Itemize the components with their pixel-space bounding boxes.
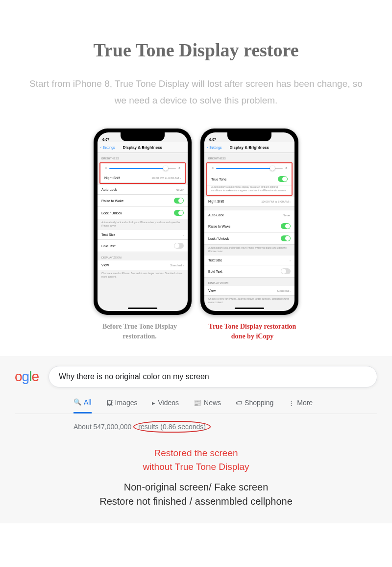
caption-before: Before True Tone Display restoration. bbox=[91, 322, 189, 341]
brightness-header: BRIGHTNESS bbox=[204, 153, 294, 161]
page-subtitle: Start from iPhone 8, True Tone Display w… bbox=[24, 76, 368, 109]
raise-to-wake-row[interactable]: Raise to Wake bbox=[98, 195, 188, 207]
sun-dim-icon: ☀ bbox=[104, 166, 107, 170]
raise-toggle[interactable] bbox=[281, 223, 291, 229]
auto-lock-value: Never bbox=[176, 188, 184, 191]
lock-unlock-label: Lock / Unlock bbox=[101, 211, 122, 215]
phone-captions: Before True Tone Display restoration. Tr… bbox=[15, 322, 377, 341]
black-line-2: Restore not finished / assenmbled cellph… bbox=[99, 496, 293, 507]
red-line-1: Restored the screen bbox=[154, 448, 238, 458]
text-size-label: Text Size bbox=[208, 258, 222, 262]
zoom-header: DISPLAY ZOOM bbox=[98, 252, 188, 260]
bold-toggle[interactable] bbox=[281, 268, 291, 274]
page-title: True Tone Display restore bbox=[15, 39, 377, 61]
night-shift-row[interactable]: Night Shift 10:00 PM to 6:00 AM › bbox=[204, 197, 294, 206]
view-desc: Choose a view for iPhone. Zoomed shows l… bbox=[98, 270, 188, 281]
text-size-row[interactable]: Text Size › bbox=[98, 230, 188, 240]
results-stats: About 547,000,000 results (0.86 seconds) bbox=[15, 414, 377, 438]
bold-text-label: Bold Text bbox=[101, 244, 116, 248]
brightness-slider-row[interactable]: ☀ ☀ bbox=[100, 163, 185, 173]
raise-to-wake-label: Raise to Wake bbox=[208, 225, 230, 228]
view-desc: Choose a view for iPhone. Zoomed shows l… bbox=[204, 296, 294, 307]
raise-to-wake-row[interactable]: Raise to Wake bbox=[204, 220, 294, 232]
auto-lock-row[interactable]: Auto-Lock Never bbox=[204, 210, 294, 220]
search-input[interactable]: Why there is no original color on my scr… bbox=[49, 366, 377, 387]
text-size-label: Text Size bbox=[101, 233, 115, 236]
auto-lock-label: Auto-Lock bbox=[208, 213, 224, 217]
auto-lock-value: Never bbox=[283, 214, 291, 217]
sun-bright-icon: ☀ bbox=[178, 166, 181, 170]
lock-toggle[interactable] bbox=[174, 210, 184, 216]
lock-toggle[interactable] bbox=[281, 235, 291, 241]
brightness-slider-row[interactable]: ☀ ☀ bbox=[207, 163, 292, 173]
phone-notch bbox=[121, 132, 165, 141]
nav-title: Display & Brightness bbox=[100, 145, 185, 150]
results-circled: results (0.86 seconds) bbox=[133, 421, 211, 433]
status-time: 6:07 bbox=[102, 138, 109, 141]
tab-more-label: More bbox=[297, 399, 313, 407]
tab-images[interactable]: 🖼Images bbox=[106, 399, 138, 412]
night-shift-label: Night Shift bbox=[208, 200, 224, 203]
lock-desc: Automatically lock and unlock your iPhon… bbox=[98, 219, 188, 230]
view-label: View bbox=[208, 289, 216, 292]
caption-after: True Tone Display restoration done by iC… bbox=[203, 322, 301, 341]
phone-after: 6:07 ‹ Settings Display & Brightness BRI… bbox=[200, 129, 298, 315]
news-icon: 📰 bbox=[194, 399, 201, 407]
tab-more[interactable]: ⋮More bbox=[288, 399, 313, 412]
nav-title: Display & Brightness bbox=[207, 145, 292, 150]
nav-bar: ‹ Settings Display & Brightness bbox=[204, 142, 294, 153]
lock-unlock-row[interactable]: Lock / Unlock bbox=[98, 207, 188, 219]
true-tone-toggle[interactable] bbox=[278, 176, 288, 182]
phone-screen: 6:07 ‹ Settings Display & Brightness BRI… bbox=[204, 132, 294, 311]
view-row[interactable]: View Standard › bbox=[98, 260, 188, 270]
night-shift-value: 10:00 PM to 6:00 AM › bbox=[261, 200, 291, 203]
brightness-slider[interactable] bbox=[216, 168, 283, 169]
bold-text-row[interactable]: Bold Text bbox=[204, 265, 294, 278]
sun-dim-icon: ☀ bbox=[211, 166, 214, 170]
lock-unlock-row[interactable]: Lock / Unlock bbox=[204, 232, 294, 245]
bold-toggle[interactable] bbox=[174, 243, 184, 249]
tab-shopping[interactable]: 🏷Shopping bbox=[236, 399, 273, 412]
phone-before: 6:07 ‹ Settings Display & Brightness BRI… bbox=[94, 129, 192, 315]
chevron-icon: › bbox=[183, 233, 184, 236]
status-time: 6:07 bbox=[209, 138, 216, 141]
google-logo[interactable]: ogle bbox=[15, 369, 39, 385]
home-indicator[interactable] bbox=[235, 308, 264, 309]
text-size-row[interactable]: Text Size › bbox=[204, 256, 294, 265]
true-tone-row[interactable]: True Tone bbox=[207, 173, 292, 185]
view-value: Standard › bbox=[170, 264, 184, 267]
tab-videos[interactable]: ▸Videos bbox=[152, 399, 179, 412]
brightness-header: BRIGHTNESS bbox=[98, 153, 188, 161]
home-indicator[interactable] bbox=[128, 308, 157, 309]
auto-lock-row[interactable]: Auto-Lock Never bbox=[98, 185, 188, 195]
red-line-2: without True Tone Display bbox=[143, 462, 249, 472]
lock-unlock-label: Lock / Unlock bbox=[208, 237, 229, 240]
google-header: ogle Why there is no original color on m… bbox=[15, 366, 377, 387]
zoom-header: DISPLAY ZOOM bbox=[204, 278, 294, 286]
tab-news-label: News bbox=[204, 399, 221, 407]
results-count: About 547,000,000 bbox=[74, 423, 131, 431]
search-icon: 🔍 bbox=[74, 398, 81, 406]
lock-desc: Automatically lock and unlock your iPhon… bbox=[204, 245, 294, 256]
phone-comparison: 6:07 ‹ Settings Display & Brightness BRI… bbox=[15, 129, 377, 315]
view-value: Standard › bbox=[277, 289, 291, 292]
night-shift-label: Night Shift bbox=[104, 176, 120, 180]
raise-toggle[interactable] bbox=[174, 198, 184, 204]
nav-bar: ‹ Settings Display & Brightness bbox=[98, 142, 188, 153]
callout-black: Non-original screen/ Fake screen Restore… bbox=[15, 480, 377, 509]
phone-notch bbox=[227, 132, 271, 141]
brightness-slider[interactable] bbox=[109, 168, 176, 169]
view-label: View bbox=[101, 263, 109, 267]
image-icon: 🖼 bbox=[106, 399, 113, 407]
night-shift-row[interactable]: Night Shift 10:00 PM to 6:00 AM › bbox=[100, 173, 185, 183]
bold-text-row[interactable]: Bold Text bbox=[98, 240, 188, 252]
tab-all-label: All bbox=[84, 398, 92, 406]
tab-all[interactable]: 🔍All bbox=[74, 398, 92, 413]
sun-bright-icon: ☀ bbox=[285, 166, 288, 170]
google-search-section: ogle Why there is no original color on m… bbox=[0, 356, 392, 523]
tab-shopping-label: Shopping bbox=[245, 399, 273, 407]
highlight-after: ☀ ☀ True Tone Automatically adapt iPhone… bbox=[206, 162, 293, 196]
tab-news[interactable]: 📰News bbox=[194, 399, 221, 412]
view-row[interactable]: View Standard › bbox=[204, 286, 294, 296]
true-tone-label: True Tone bbox=[211, 178, 226, 181]
